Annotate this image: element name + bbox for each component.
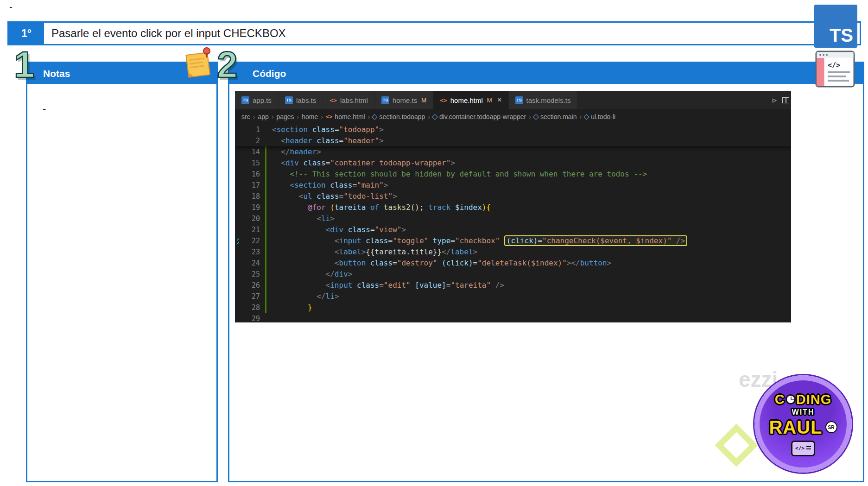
- breadcrumb-item[interactable]: section.todoapp: [373, 113, 425, 120]
- breadcrumb-item[interactable]: <>home.html: [326, 113, 365, 120]
- breadcrumb-item[interactable]: section.main: [534, 113, 577, 120]
- breadcrumb-separator: ›: [297, 113, 299, 120]
- code-text: <input class="edit" [value]="tareita" />: [272, 280, 504, 291]
- ts-file-icon: TS: [381, 96, 389, 104]
- code-line-20[interactable]: 20 <li>: [235, 213, 791, 224]
- tab-label: home.html: [450, 96, 483, 104]
- breadcrumb-separator: ›: [272, 113, 274, 120]
- ts-file-icon: TS: [285, 96, 293, 104]
- gutter: [260, 246, 272, 258]
- line-number: 15: [235, 158, 260, 169]
- step-number-badge: 1°: [9, 23, 44, 44]
- tab-app.ts[interactable]: TSapp.ts: [235, 91, 279, 109]
- panel-number-2: 2: [217, 46, 238, 83]
- panel-number-1: 1: [14, 46, 35, 83]
- gutter: [260, 291, 272, 302]
- tab-label: labs.html: [340, 96, 368, 104]
- tab-labs.ts[interactable]: TSlabs.ts: [279, 91, 323, 109]
- line-number: 16: [235, 169, 260, 180]
- close-icon[interactable]: ×: [497, 95, 502, 105]
- svg-text:</>: </>: [828, 61, 840, 69]
- gutter: [260, 224, 272, 235]
- line-number: 2: [235, 135, 260, 146]
- vscode-editor: TSapp.tsTSlabs.ts<>labs.htmlTShome.tsM<>…: [235, 91, 791, 322]
- page-title: Pasarle el evento click por el input CHE…: [44, 23, 286, 44]
- code-line-14[interactable]: 14 </header>: [235, 146, 791, 158]
- code-text: </header>: [272, 146, 321, 158]
- code-window-icon: </>: [815, 49, 855, 91]
- code-line-19[interactable]: 19 @for (tareita of tasks2(); track $ind…: [235, 202, 791, 213]
- run-button[interactable]: ▷: [773, 96, 777, 104]
- breadcrumb-item[interactable]: src: [241, 113, 250, 120]
- code-text: <input class="toggle" type="checkbox" (c…: [272, 235, 687, 246]
- breadcrumb-separator: ›: [253, 113, 255, 120]
- breadcrumb-separator: ›: [368, 113, 370, 120]
- notes-content-dash: -: [43, 103, 46, 115]
- code-line-21[interactable]: 21 <div class="view">: [235, 224, 791, 235]
- code-line-24[interactable]: 24 <button class="destroy" (click)="dele…: [235, 258, 791, 269]
- tab-list: TSapp.tsTSlabs.ts<>labs.htmlTShome.tsM<>…: [235, 91, 577, 109]
- breadcrumb-item[interactable]: pages: [276, 113, 294, 120]
- code-line-15[interactable]: 15 <div class="container todoapp-wrapper…: [235, 158, 791, 169]
- gutter: [260, 269, 272, 280]
- line-number: 1: [235, 124, 260, 135]
- logo-with-text: WITH: [792, 408, 815, 417]
- code-line-23[interactable]: 23 <label>{{tareita.title}}</label>: [235, 246, 791, 258]
- logo-coding-text: CDING: [775, 392, 831, 407]
- tab-home.ts[interactable]: TShome.tsM: [375, 91, 433, 109]
- gutter: [260, 180, 272, 191]
- gutter: [260, 158, 272, 169]
- breadcrumb-item[interactable]: app: [258, 113, 268, 120]
- code-text: <label>{{tareita.title}}</label>: [272, 246, 477, 258]
- code-text: </li>: [272, 291, 339, 302]
- code-line-22[interactable]: 22 <input class="toggle" type="checkbox"…: [235, 235, 791, 246]
- code-line-2[interactable]: 2 <header class="header">: [235, 135, 791, 146]
- line-number: 27: [235, 291, 260, 302]
- code-line-25[interactable]: 25 </div>: [235, 269, 791, 280]
- code-text: <!-- This section should be hidden by de…: [272, 169, 647, 180]
- gutter: [260, 135, 272, 146]
- tab-label: labs.ts: [296, 96, 316, 104]
- line-number: 17: [235, 180, 260, 191]
- code-line-17[interactable]: 17 <section class="main">: [235, 180, 791, 191]
- code-line-29[interactable]: 29: [235, 313, 791, 322]
- code-text: <section class="todoapp">: [272, 124, 384, 135]
- line-number: 23: [235, 246, 260, 258]
- code-text: <ul class="todo-list">: [272, 191, 397, 202]
- line-number: 25: [235, 269, 260, 280]
- clock-icon: [786, 394, 796, 404]
- tab-home.html[interactable]: <>home.htmlM×: [433, 91, 508, 109]
- sticky-note-icon: [184, 45, 213, 83]
- breadcrumb-item[interactable]: ul.todo-li: [584, 113, 615, 120]
- line-number: 19: [235, 202, 260, 213]
- breadcrumb-item[interactable]: div.container.todoapp-wrapper: [433, 113, 526, 120]
- line-number: 18: [235, 191, 260, 202]
- line-number: 14: [235, 146, 260, 158]
- split-editor-icon[interactable]: [782, 97, 789, 103]
- line-number: 20: [235, 213, 260, 224]
- code-line-26[interactable]: 26 <input class="edit" [value]="tareita"…: [235, 280, 791, 291]
- code-panel-header: Código: [229, 63, 863, 84]
- code-line-27[interactable]: 27 </li>: [235, 291, 791, 302]
- code-line-28[interactable]: 28 }: [235, 302, 791, 313]
- notes-panel-title: Notas: [43, 68, 70, 79]
- ts-file-icon: TS: [241, 96, 249, 104]
- code-line-1[interactable]: 1<section class="todoapp">: [235, 124, 791, 135]
- code-text: <button class="destroy" (click)="deleteT…: [272, 258, 611, 269]
- tab-labs.html[interactable]: <>labs.html: [323, 91, 375, 109]
- tab-task.models.ts[interactable]: TStask.models.ts: [509, 91, 578, 109]
- symbol-icon: [432, 114, 438, 120]
- tab-bar: TSapp.tsTSlabs.ts<>labs.htmlTShome.tsM<>…: [235, 91, 791, 109]
- notes-panel: Notas: [26, 62, 218, 482]
- breadcrumb-separator: ›: [321, 113, 323, 120]
- code-line-16[interactable]: 16 <!-- This section should be hidden by…: [235, 169, 791, 180]
- tab-label: task.models.ts: [526, 96, 571, 104]
- breadcrumb-separator: ›: [428, 113, 430, 120]
- gutter: [260, 169, 272, 180]
- breadcrumb-separator: ›: [580, 113, 582, 120]
- code-line-18[interactable]: 18 <ul class="todo-list">: [235, 191, 791, 202]
- breadcrumb-item[interactable]: home: [302, 113, 318, 120]
- ts-file-icon: TS: [515, 96, 523, 104]
- logo-sr-badge: SR: [825, 421, 837, 433]
- line-number: 24: [235, 258, 260, 269]
